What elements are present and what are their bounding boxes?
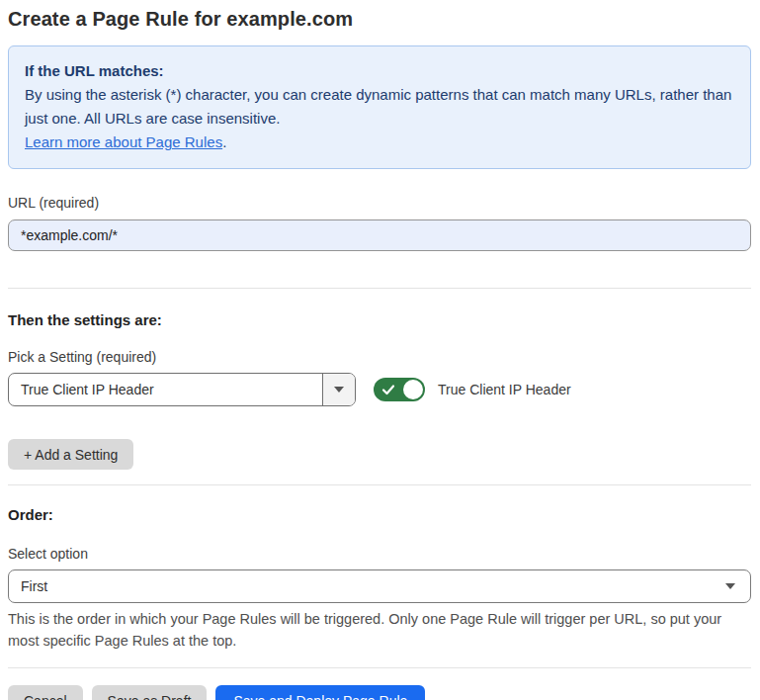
info-box-body: By using the asterisk (*) character, you…	[25, 83, 734, 131]
url-input[interactable]	[8, 219, 751, 251]
toggle-knob	[403, 380, 423, 399]
info-box-heading: If the URL matches:	[25, 59, 734, 83]
settings-section-heading: Then the settings are:	[8, 310, 751, 329]
setting-select[interactable]: True Client IP Header	[8, 373, 356, 406]
setting-toggle-label: True Client IP Header	[438, 382, 571, 397]
link-period: .	[222, 133, 226, 150]
order-select-label: Select option	[8, 546, 751, 563]
url-match-info-box: If the URL matches: By using the asteris…	[8, 45, 751, 169]
order-help-text: This is the order in which your Page Rul…	[8, 608, 747, 652]
order-section-heading: Order:	[8, 505, 751, 524]
url-field-label: URL (required)	[8, 195, 751, 212]
chevron-down-icon	[725, 583, 735, 589]
order-select[interactable]: First	[8, 569, 751, 603]
order-select-value: First	[9, 570, 711, 602]
setting-picker-label: Pick a Setting (required)	[8, 349, 751, 366]
section-divider	[8, 288, 751, 289]
section-divider	[8, 484, 751, 485]
form-actions: Cancel Save as Draft Save and Deploy Pag…	[8, 685, 751, 700]
setting-toggle[interactable]	[374, 378, 425, 401]
setting-select-value: True Client IP Header	[9, 374, 322, 405]
save-draft-button[interactable]: Save as Draft	[92, 685, 208, 700]
setting-row: True Client IP Header True Client IP Hea…	[8, 373, 751, 406]
check-icon	[381, 383, 395, 396]
add-setting-button[interactable]: + Add a Setting	[8, 439, 133, 470]
setting-select-arrow-button[interactable]	[322, 374, 355, 405]
learn-more-link[interactable]: Learn more about Page Rules	[25, 133, 222, 150]
section-divider	[8, 667, 751, 668]
save-deploy-button[interactable]: Save and Deploy Page Rule	[215, 685, 425, 700]
chevron-down-icon	[334, 387, 344, 393]
info-link-row: Learn more about Page Rules.	[25, 131, 734, 154]
page-title: Create a Page Rule for example.com	[8, 6, 751, 32]
order-select-arrow	[711, 570, 750, 602]
cancel-button[interactable]: Cancel	[8, 685, 83, 700]
